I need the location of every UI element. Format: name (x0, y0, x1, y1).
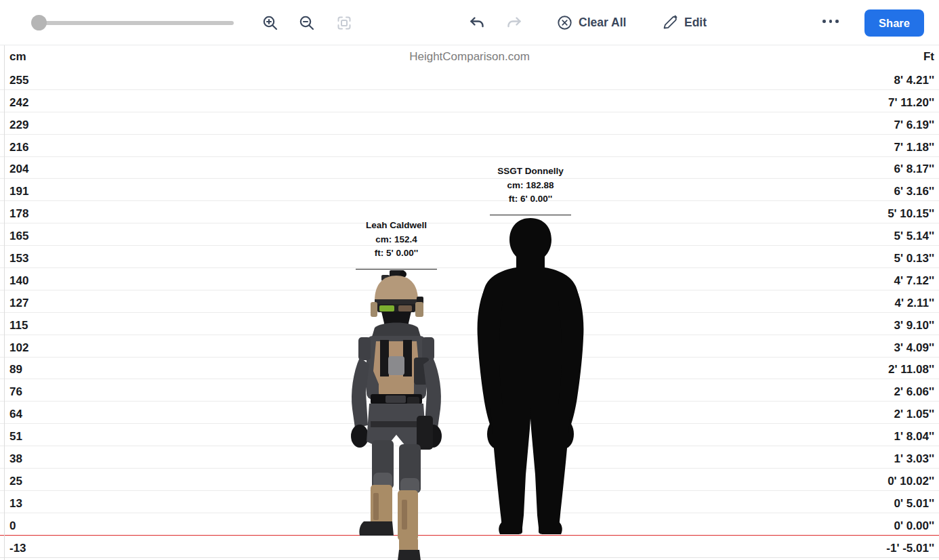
zoom-out-button[interactable] (299, 15, 315, 31)
clear-all-icon (557, 15, 572, 30)
undo-icon (469, 15, 485, 31)
ft-tick-label: 2' 11.08'' (888, 363, 934, 376)
person-label: SSGT Donnelly cm: 182.88 ft: 6' 0.00'' (453, 165, 608, 207)
redo-button[interactable] (506, 15, 522, 31)
ft-tick-label: 6' 8.17'' (894, 163, 934, 176)
soldier-figure (341, 270, 452, 560)
person-cm-value: cm: 152.4 (318, 233, 474, 247)
cm-tick-label: 64 (9, 408, 22, 421)
cm-tick-label: 255 (9, 74, 28, 87)
ruler-row: 642' 1.05'' (0, 402, 939, 424)
ruler-row: 2558' 4.21'' (0, 68, 939, 90)
zoom-out-icon (299, 15, 315, 31)
cm-tick-label: 13 (9, 497, 22, 511)
ft-tick-label: -1' -5.01'' (886, 542, 934, 555)
cm-tick-label: 115 (9, 319, 28, 332)
edit-pencil-icon (662, 14, 678, 30)
ruler-row: 762' 6.06'' (0, 379, 939, 402)
ruler-row: 250' 10.02'' (0, 469, 939, 491)
ellipsis-icon (829, 20, 833, 23)
ft-unit-label: Ft (923, 50, 934, 64)
more-options-button[interactable] (822, 20, 839, 23)
ruler-row: -13-1' -5.01'' (0, 536, 939, 558)
ft-tick-label: 5' 0.13'' (894, 252, 934, 265)
cm-tick-label: 25 (9, 475, 22, 488)
undo-button[interactable] (469, 15, 485, 31)
ruler-row: 1023' 4.09'' (0, 335, 939, 358)
ft-tick-label: 5' 5.14'' (894, 230, 934, 243)
height-marker-line (490, 215, 571, 215)
cm-tick-label: 51 (9, 430, 22, 444)
person-name: SSGT Donnelly (453, 165, 608, 179)
cm-tick-label: 216 (9, 141, 28, 154)
cm-tick-label: 38 (9, 452, 22, 466)
height-chart: cm HeightComparison.com Ft 2558' 4.21''2… (0, 45, 939, 558)
ruler-row: 511' 8.04'' (0, 424, 939, 446)
ft-tick-label: 0' 0.00'' (894, 519, 934, 533)
ft-tick-label: 1' 3.03'' (894, 452, 934, 466)
ft-tick-label: 1' 8.04'' (894, 430, 934, 444)
zoom-slider[interactable] (33, 21, 234, 25)
ruler-row: 2427' 11.20'' (0, 90, 939, 112)
toolbar: Clear All Edit Share (0, 0, 939, 45)
person-name: Leah Caldwell (318, 219, 474, 233)
person-label: Leah Caldwell cm: 152.4 ft: 5' 0.00'' (318, 219, 474, 261)
cm-tick-label: 204 (9, 163, 28, 176)
ft-tick-label: 0' 5.01'' (894, 497, 934, 511)
ft-tick-label: 8' 4.21'' (894, 74, 934, 87)
clear-all-label: Clear All (579, 16, 626, 30)
cm-tick-label: 191 (9, 185, 28, 198)
chart-header: cm HeightComparison.com Ft (0, 45, 939, 68)
person-cm-value: cm: 182.88 (453, 179, 608, 193)
edit-button[interactable]: Edit (662, 0, 707, 45)
zoom-in-button[interactable] (262, 15, 278, 31)
clear-all-button[interactable]: Clear All (557, 0, 626, 45)
zoom-in-icon (262, 15, 278, 31)
ruler-row: 1404' 7.12'' (0, 268, 939, 290)
cm-tick-label: 89 (9, 363, 22, 376)
ruler-row: 2167' 1.18'' (0, 135, 939, 157)
person-ssgt-donnelly[interactable]: SSGT Donnelly cm: 182.88 ft: 6' 0.00'' (474, 215, 587, 536)
cm-tick-label: 178 (9, 207, 28, 221)
man-silhouette-figure (474, 217, 587, 536)
ft-tick-label: 4' 7.12'' (894, 274, 934, 288)
ft-tick-label: 5' 10.15'' (888, 207, 934, 221)
cm-tick-label: 153 (9, 252, 28, 265)
share-button[interactable]: Share (864, 9, 924, 37)
person-ft-value: ft: 6' 0.00'' (453, 192, 608, 207)
watermark: HeightComparison.com (0, 50, 939, 64)
ft-tick-label: 2' 1.05'' (894, 408, 934, 421)
ellipsis-icon (822, 20, 826, 23)
cm-tick-label: -13 (9, 542, 26, 555)
ruler-row: 1274' 2.11'' (0, 290, 939, 313)
cm-tick-label: 229 (9, 119, 28, 132)
cm-tick-label: 0 (9, 519, 16, 533)
ruler-row: 1153' 9.10'' (0, 313, 939, 335)
cm-tick-label: 165 (9, 230, 28, 243)
ft-tick-label: 7' 6.19'' (894, 119, 934, 132)
ft-tick-label: 6' 3.16'' (894, 185, 934, 198)
cm-tick-label: 242 (9, 96, 28, 110)
zoom-slider-handle[interactable] (31, 15, 47, 30)
ruler-row: 892' 11.08'' (0, 358, 939, 380)
ruler-row: 130' 5.01'' (0, 491, 939, 513)
fit-screen-icon (336, 15, 352, 31)
ft-tick-label: 0' 10.02'' (888, 475, 934, 488)
edit-label: Edit (684, 16, 707, 30)
person-ft-value: ft: 5' 0.00'' (318, 246, 474, 261)
ft-tick-label: 7' 11.20'' (888, 96, 934, 110)
ft-tick-label: 2' 6.06'' (894, 385, 934, 399)
fit-screen-button[interactable] (336, 15, 352, 31)
ft-tick-label: 3' 9.10'' (894, 319, 934, 332)
left-axis-line (4, 45, 5, 560)
cm-tick-label: 102 (9, 341, 28, 355)
ruler-row: 00' 0.00'' (0, 513, 939, 536)
ft-tick-label: 4' 2.11'' (895, 297, 934, 310)
cm-tick-label: 140 (9, 274, 28, 288)
ruler-row: 2297' 6.19'' (0, 112, 939, 135)
ft-tick-label: 3' 4.09'' (894, 341, 934, 355)
ruler-rows: 2558' 4.21''2427' 11.20''2297' 6.19''216… (0, 68, 939, 558)
ruler-row: 381' 3.03'' (0, 446, 939, 469)
cm-tick-label: 76 (9, 385, 22, 399)
person-leah-caldwell[interactable]: Leah Caldwell cm: 152.4 ft: 5' 0.00'' (341, 270, 452, 536)
